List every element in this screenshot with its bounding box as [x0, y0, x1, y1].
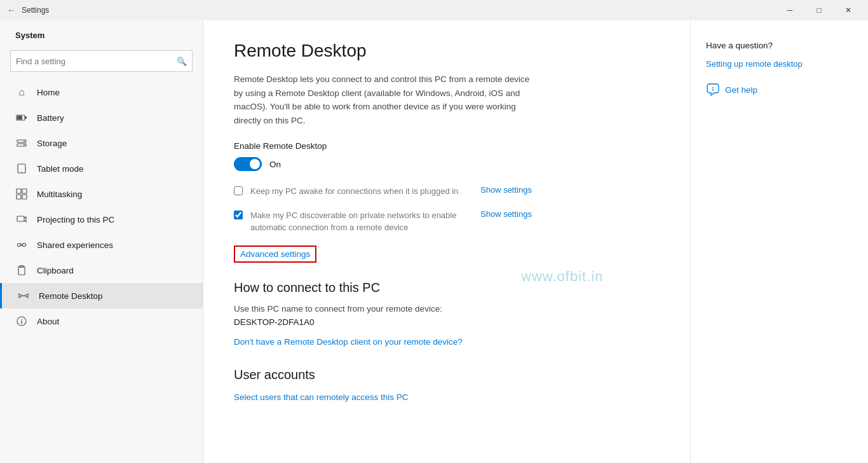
page-description: Remote Desktop lets you connect to and c…	[234, 73, 539, 127]
svg-rect-12	[22, 195, 27, 199]
sidebar-item-clipboard[interactable]: Clipboard	[0, 258, 203, 283]
sidebar-item-label: Battery	[37, 113, 64, 123]
about-icon	[15, 315, 28, 328]
remote-desktop-icon	[17, 289, 30, 302]
clipboard-icon	[15, 264, 28, 277]
sidebar-item-label: Remote Desktop	[39, 291, 103, 301]
advanced-settings-link[interactable]: Advanced settings	[234, 245, 316, 263]
sidebar-item-remote-desktop[interactable]: Remote Desktop	[0, 283, 203, 308]
tablet-icon	[15, 162, 28, 175]
battery-icon	[15, 111, 28, 124]
svg-rect-11	[17, 195, 21, 199]
help-title: Have a question?	[706, 41, 853, 50]
search-input[interactable]	[16, 57, 177, 66]
setup-link[interactable]: Setting up remote desktop	[706, 59, 853, 69]
search-box[interactable]: 🔍	[10, 50, 193, 72]
svg-rect-1	[25, 116, 27, 119]
svg-point-8	[21, 172, 22, 173]
sidebar-item-label: Shared experiences	[37, 240, 113, 250]
main-content: Remote Desktop Remote Desktop lets you c…	[203, 20, 690, 463]
keepawake-row: Keep my PC awake for connections when it…	[234, 185, 660, 198]
toggle-knob	[250, 159, 260, 169]
select-users-link[interactable]: Select users that can remotely access th…	[234, 392, 409, 402]
sidebar-item-projecting[interactable]: Projecting to this PC	[0, 207, 203, 232]
minimize-button[interactable]: ─	[775, 0, 804, 20]
pc-name: DESKTOP-2DFA1A0	[234, 317, 660, 327]
sidebar-item-shared-experiences[interactable]: Shared experiences	[0, 232, 203, 258]
svg-rect-13	[17, 216, 24, 221]
svg-point-15	[23, 244, 26, 247]
user-accounts-section: User accounts Select users that can remo…	[234, 368, 660, 403]
storage-icon	[15, 137, 28, 149]
sidebar-item-multitasking[interactable]: Multitasking	[0, 181, 203, 207]
projecting-icon	[15, 213, 28, 226]
discoverable-row: Make my PC discoverable on private netwo…	[234, 209, 660, 234]
sidebar-item-label: Home	[37, 88, 60, 97]
keepawake-show-settings[interactable]: Show settings	[480, 185, 532, 195]
svg-point-21	[21, 319, 22, 320]
svg-point-14	[18, 244, 21, 247]
sidebar-item-battery[interactable]: Battery	[0, 105, 203, 130]
keepawake-text: Keep my PC awake for connections when it…	[250, 185, 460, 198]
discoverable-text: Make my PC discoverable on private netwo…	[250, 209, 460, 234]
right-panel: Have a question? Setting up remote deskt…	[690, 20, 868, 463]
get-help-link[interactable]: Get help	[725, 85, 757, 95]
sidebar-item-label: Storage	[37, 139, 67, 148]
how-to-connect-heading: How to connect to this PC	[234, 280, 660, 295]
svg-point-6	[24, 144, 25, 146]
sidebar-item-label: Clipboard	[37, 266, 74, 275]
app-body: System 🔍 ⌂ Home Battery Storage Tabl	[0, 20, 868, 463]
search-icon: 🔍	[177, 57, 187, 66]
sidebar-item-home[interactable]: ⌂ Home	[0, 79, 203, 105]
discoverable-show-settings[interactable]: Show settings	[480, 209, 532, 219]
sidebar-item-label: Projecting to this PC	[37, 215, 114, 225]
get-help-row: Get help	[706, 83, 853, 97]
back-button[interactable]: ←	[5, 4, 18, 17]
toggle-state-label: On	[269, 160, 281, 169]
enable-label: Enable Remote Desktop	[234, 141, 660, 151]
shared-experiences-icon	[15, 238, 28, 251]
sidebar-section-title: System	[0, 20, 203, 45]
sidebar-item-label: Tablet mode	[37, 164, 84, 174]
sidebar-item-label: Multitasking	[37, 190, 82, 199]
discoverable-checkbox[interactable]	[234, 211, 243, 219]
maximize-button[interactable]: □	[804, 0, 834, 20]
remote-desktop-toggle[interactable]	[234, 157, 262, 171]
user-accounts-heading: User accounts	[234, 368, 660, 382]
titlebar-title: Settings	[22, 6, 49, 15]
svg-point-5	[24, 141, 25, 142]
titlebar: ← Settings ─ □ ✕	[0, 0, 868, 20]
no-client-link[interactable]: Don't have a Remote Desktop client on yo…	[234, 337, 463, 347]
svg-rect-2	[17, 116, 22, 120]
svg-rect-9	[17, 189, 21, 193]
close-button[interactable]: ✕	[834, 0, 863, 20]
home-icon: ⌂	[15, 86, 28, 99]
sidebar-item-about[interactable]: About	[0, 308, 203, 334]
svg-rect-10	[22, 189, 27, 193]
connect-description: Use this PC name to connect from your re…	[234, 304, 660, 314]
get-help-icon	[706, 83, 720, 97]
keepawake-checkbox[interactable]	[234, 186, 243, 195]
toggle-row: On	[234, 157, 660, 171]
sidebar-item-label: About	[37, 317, 59, 326]
multitasking-icon	[15, 188, 28, 200]
titlebar-controls: ─ □ ✕	[775, 0, 863, 20]
sidebar-item-tablet-mode[interactable]: Tablet mode	[0, 156, 203, 181]
advanced-settings-wrap: Advanced settings	[234, 245, 316, 263]
page-title: Remote Desktop	[234, 41, 660, 61]
sidebar-item-storage[interactable]: Storage	[0, 130, 203, 156]
svg-point-22	[712, 87, 714, 88]
sidebar: System 🔍 ⌂ Home Battery Storage Tabl	[0, 20, 203, 463]
